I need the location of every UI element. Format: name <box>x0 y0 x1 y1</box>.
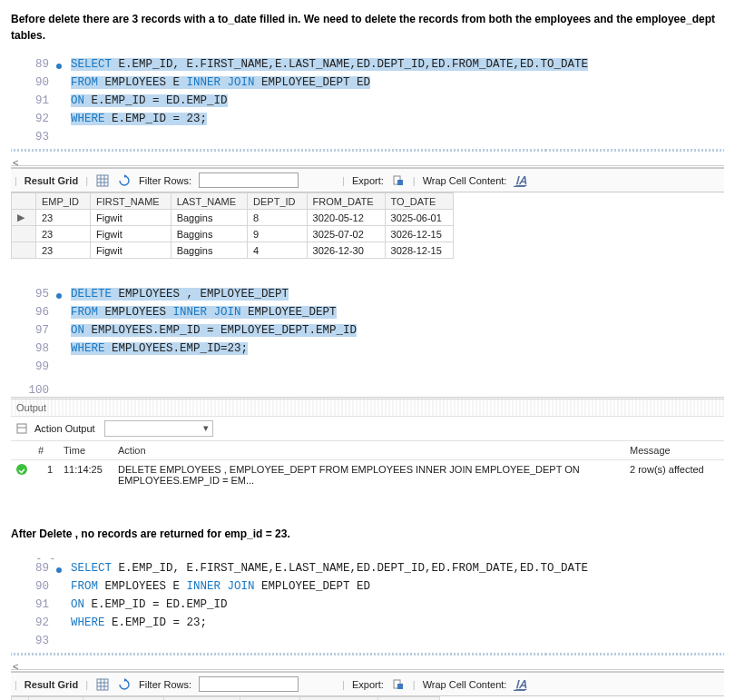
svg-rect-15 <box>397 684 403 689</box>
table-row[interactable]: 23FigwitBaggins93025-07-023026-12-15 <box>12 226 454 242</box>
action-output-row[interactable]: 1 11:14:25 DELETE EMPLOYEES , EMPLOYEE_D… <box>11 460 724 490</box>
toolbar-sep: | <box>15 175 17 186</box>
filter-rows-input[interactable] <box>199 173 299 188</box>
col-last-name-2[interactable]: LAST_NAME <box>163 697 240 701</box>
row-gutter-header <box>12 193 36 210</box>
col-from-date[interactable]: FROM_DATE <box>307 193 385 210</box>
col-from-date-2[interactable]: FROM_DATE <box>299 697 377 701</box>
col-to-date[interactable]: TO_DATE <box>385 193 453 210</box>
action-output-combo[interactable]: ▾ <box>104 420 213 437</box>
filter-rows-label-2: Filter Rows: <box>139 679 191 690</box>
col-time[interactable]: Time <box>58 441 113 460</box>
code-line-96: FROM EMPLOYEES INNER JOIN EMPLOYEE_DEPT <box>53 306 337 319</box>
export-label: Export: <box>352 175 384 186</box>
grid-icon-2[interactable] <box>95 677 110 692</box>
code-line-91: ON E.EMP_ID = ED.EMP_ID <box>53 94 228 107</box>
svg-rect-7 <box>17 424 26 433</box>
wrap-label-2: Wrap Cell Content: <box>423 679 507 690</box>
intro-heading-1: Before delete there are 3 records with a… <box>11 11 724 44</box>
row-gutter-header-2 <box>12 697 29 701</box>
line-number-96: 96 <box>11 306 53 319</box>
svg-rect-6 <box>397 180 403 185</box>
sql-editor-3[interactable]: 89 SELECT E.EMP_ID, E.FIRST_NAME,E.LAST_… <box>11 557 724 656</box>
table-header-row-2: EMP_ID FIRST_NAME LAST_NAME DEPT_ID FROM… <box>12 697 440 701</box>
line-number-93: 93 <box>11 131 53 143</box>
code-line-90: FROM EMPLOYEES E INNER JOIN EMPLOYEE_DEP… <box>53 76 370 89</box>
line-number-92b: 92 <box>11 616 53 629</box>
wrap-icon-2[interactable]: I̲A̲ <box>514 677 528 692</box>
line-number-95: 95 <box>11 288 53 301</box>
line-number-93b: 93 <box>11 635 53 647</box>
result-grid-label-2: Result Grid <box>24 679 78 690</box>
col-emp-id-2[interactable]: EMP_ID <box>29 697 83 701</box>
result-grid-1[interactable]: EMP_ID FIRST_NAME LAST_NAME DEPT_ID FROM… <box>11 192 454 259</box>
col-emp-id[interactable]: EMP_ID <box>36 193 91 210</box>
result-grid-label: Result Grid <box>24 175 78 186</box>
col-dept-id[interactable]: DEPT_ID <box>248 193 307 210</box>
line-number-91: 91 <box>11 94 53 107</box>
export-icon[interactable] <box>391 173 406 188</box>
refresh-icon-2[interactable] <box>117 677 132 692</box>
sql-editor-2[interactable]: 95 DELETE EMPLOYEES , EMPLOYEE_DEPT 96 F… <box>11 282 724 379</box>
wrap-icon[interactable]: I̲A̲ <box>514 173 528 188</box>
line-number-100: 100 <box>11 384 53 397</box>
col-dept-id-2[interactable]: DEPT_ID <box>240 697 299 701</box>
line-number-90b: 90 <box>11 580 53 593</box>
code-line-92: WHERE E.EMP_ID = 23; <box>53 113 207 125</box>
code-line-89b: SELECT E.EMP_ID, E.FIRST_NAME,E.LAST_NAM… <box>53 562 588 575</box>
svg-rect-0 <box>97 175 108 186</box>
export-label-2: Export: <box>352 679 384 690</box>
action-output-bar: Action Output ▾ <box>11 417 724 441</box>
col-last-name[interactable]: LAST_NAME <box>171 193 247 210</box>
result-grid-2[interactable]: EMP_ID FIRST_NAME LAST_NAME DEPT_ID FROM… <box>11 696 440 700</box>
wrap-label: Wrap Cell Content: <box>423 175 507 186</box>
grid-icon[interactable] <box>95 173 110 188</box>
sql-editor-1[interactable]: 89 SELECT E.EMP_ID, E.FIRST_NAME,E.LAST_… <box>11 53 724 152</box>
table-header-row: EMP_ID FIRST_NAME LAST_NAME DEPT_ID FROM… <box>12 193 454 210</box>
svg-rect-9 <box>97 679 108 690</box>
line-number-92: 92 <box>11 113 53 125</box>
line-number-90: 90 <box>11 76 53 89</box>
line-number-97: 97 <box>11 324 53 337</box>
code-line-95: DELETE EMPLOYEES , EMPLOYEE_DEPT <box>53 288 289 301</box>
code-line-91b: ON E.EMP_ID = ED.EMP_ID <box>53 598 228 611</box>
code-line-92b: WHERE E.EMP_ID = 23; <box>53 616 207 629</box>
output-panel-header: Output <box>11 397 724 417</box>
intro-heading-2: After Delete , no records are returned f… <box>11 526 724 542</box>
export-icon-2[interactable] <box>391 677 406 692</box>
result-grid-toolbar-1: | Result Grid | Filter Rows: | Export: |… <box>11 168 724 192</box>
result-grid-toolbar-2: | Result Grid | Filter Rows: | Export: |… <box>11 672 724 696</box>
table-row[interactable]: 23FigwitBaggins43026-12-303028-12-15 <box>12 242 454 259</box>
line-number-99: 99 <box>11 360 53 373</box>
refresh-icon[interactable] <box>117 173 132 188</box>
success-icon <box>16 464 27 475</box>
action-output-label: Action Output <box>34 423 95 434</box>
col-first-name-2[interactable]: FIRST_NAME <box>83 697 163 701</box>
action-output-table: # Time Action Message 1 11:14:25 DELETE … <box>11 441 724 489</box>
line-number-89: 89 <box>11 58 53 71</box>
col-message[interactable]: Message <box>624 441 724 460</box>
code-line-97: ON EMPLOYEES.EMP_ID = EMPLOYEE_DEPT.EMP_… <box>53 324 357 337</box>
filter-rows-label: Filter Rows: <box>139 175 191 186</box>
line-number-89b: 89 <box>11 562 53 575</box>
scroll-left-hint-1[interactable]: < <box>11 157 724 168</box>
filter-rows-input-2[interactable] <box>199 676 299 692</box>
row-indicator: ▶ <box>12 210 36 226</box>
code-line-98: WHERE EMPLOYEES.EMP_ID=23; <box>53 342 248 355</box>
table-row[interactable]: ▶ 23FigwitBaggins83020-05-123025-06-01 <box>12 210 454 226</box>
code-line-89: SELECT E.EMP_ID, E.FIRST_NAME,E.LAST_NAM… <box>53 58 588 71</box>
line-number-98: 98 <box>11 342 53 355</box>
action-output-icon[interactable] <box>15 421 29 436</box>
col-to-date-2[interactable]: TO_DATE <box>377 697 440 701</box>
line-number-91b: 91 <box>11 598 53 611</box>
col-action[interactable]: Action <box>113 441 624 460</box>
col-first-name[interactable]: FIRST_NAME <box>90 193 171 210</box>
col-num[interactable]: # <box>33 441 58 460</box>
code-line-90b: FROM EMPLOYEES E INNER JOIN EMPLOYEE_DEP… <box>53 580 370 593</box>
scroll-left-hint-2[interactable]: < <box>11 661 724 672</box>
